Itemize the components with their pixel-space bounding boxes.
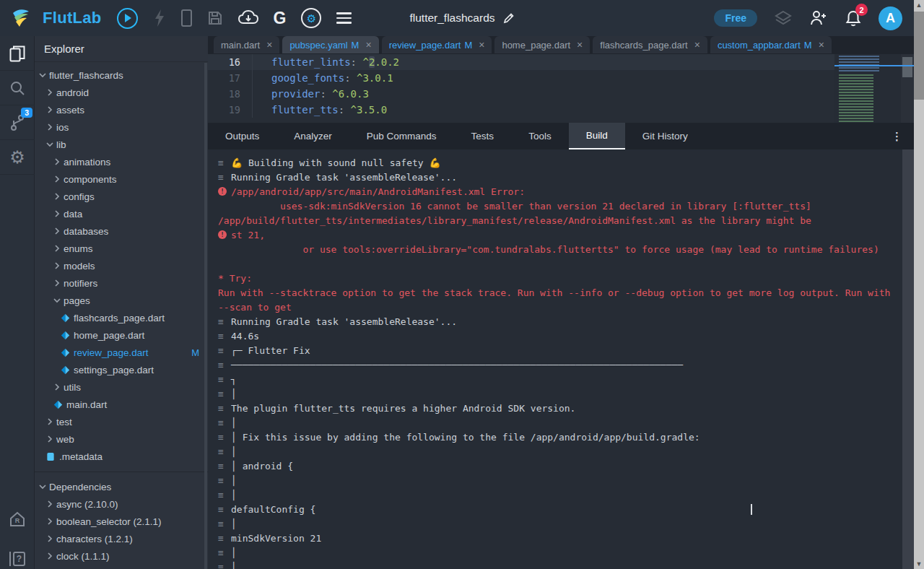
tree-item-review_page.dart[interactable]: review_page.dartM	[35, 344, 208, 361]
editor-tab-review_page.dart[interactable]: review_page.dartM×	[382, 36, 492, 53]
tree-item-android[interactable]: android	[35, 84, 208, 101]
scroll-down-arrow[interactable]: ▼	[914, 559, 924, 569]
tree-item-components[interactable]: components	[35, 170, 208, 188]
build-settings-icon[interactable]: ⚙	[301, 8, 321, 28]
tree-item-label: data	[64, 209, 82, 220]
layers-icon[interactable]	[775, 9, 792, 27]
console-text: or use tools:overrideLibrary="com.tundra…	[218, 244, 879, 255]
code-line-18[interactable]: 18provider: ^6.0.3	[208, 86, 914, 102]
tab-close-icon[interactable]: ×	[365, 39, 371, 51]
tree-item-enums[interactable]: enums	[35, 240, 208, 257]
build-console[interactable]: ≡💪 Building with sound null safety 💪≡Run…	[208, 149, 914, 569]
dependency-label: characters (1.2.1)	[56, 534, 133, 544]
tree-item-models[interactable]: models	[35, 257, 208, 274]
save-icon[interactable]	[207, 10, 223, 26]
editor-tab-main.dart[interactable]: main.dart×	[214, 36, 279, 53]
console-tab-Tools[interactable]: Tools	[511, 123, 569, 149]
console-scrollbar[interactable]	[902, 149, 914, 569]
console-tab-Pub Commands[interactable]: Pub Commands	[349, 123, 454, 149]
tree-item-utils[interactable]: utils	[35, 378, 208, 396]
dependency-item[interactable]: collection (1.17.0)	[35, 565, 208, 569]
editor-tab-custom_appbar.dart[interactable]: custom_appbar.dartM×	[710, 36, 832, 53]
dependencies-header[interactable]: Dependencies	[35, 478, 208, 495]
tree-item-configs[interactable]: configs	[35, 188, 208, 205]
run-button[interactable]	[117, 8, 138, 29]
brand-name[interactable]: FlutLab	[43, 9, 102, 27]
chevron-right-icon	[53, 227, 64, 235]
tab-close-icon[interactable]: ×	[577, 39, 583, 51]
tree-item-label: settings_page.dart	[74, 365, 154, 375]
tab-close-icon[interactable]: ×	[266, 39, 272, 51]
console-line: ≡│ Fix this issue by adding the followin…	[218, 430, 914, 444]
tree-item-animations[interactable]: animations	[35, 153, 208, 170]
tree-item-label: .metadata	[59, 451, 103, 462]
tree-item-lib[interactable]: lib	[35, 136, 208, 153]
home-resources-icon[interactable]: R	[0, 502, 35, 537]
code-editor[interactable]: 16flutter_lints: ^2.0.217google_fonts: ^…	[208, 54, 914, 123]
avatar[interactable]: A	[879, 6, 902, 30]
device-preview-icon[interactable]	[181, 9, 192, 27]
code-line-17[interactable]: 17google_fonts: ^3.0.1	[208, 70, 914, 86]
cloud-download-icon[interactable]	[238, 10, 258, 26]
free-plan-badge[interactable]: Free	[714, 9, 757, 27]
git-branch-icon[interactable]: 3	[0, 105, 35, 140]
code-text: provider: ^6.0.3	[253, 88, 369, 100]
tree-item-home_page.dart[interactable]: home_page.dart	[35, 326, 208, 344]
settings-gear-icon[interactable]: ⚙	[0, 140, 35, 175]
tree-item-test[interactable]: test	[35, 413, 208, 430]
tree-item-flutter_flashcards[interactable]: flutter_flashcards	[35, 66, 208, 84]
dependency-item[interactable]: clock (1.1.1)	[35, 547, 208, 565]
tree-item-settings_page.dart[interactable]: settings_page.dart	[35, 361, 208, 378]
console-tab-Build[interactable]: Build	[569, 123, 625, 149]
explorer-files-icon[interactable]	[0, 36, 35, 71]
tab-close-icon[interactable]: ×	[479, 39, 484, 51]
code-line-16[interactable]: 16flutter_lints: ^2.0.2	[208, 54, 914, 70]
yaml-value: ^6.0.3	[332, 88, 369, 100]
add-user-icon[interactable]	[809, 9, 828, 27]
console-text: │	[231, 562, 237, 569]
console-tab-Git History[interactable]: Git History	[625, 123, 705, 149]
tree-item-databases[interactable]: databases	[35, 222, 208, 240]
flutlab-logo-icon[interactable]	[9, 6, 33, 30]
log-line-icon: ≡	[218, 562, 227, 569]
tree-item-label: android	[56, 87, 89, 98]
tree-item-web[interactable]: web	[35, 430, 208, 448]
console-tab-Analyzer[interactable]: Analyzer	[276, 123, 349, 149]
console-tab-Outputs[interactable]: Outputs	[208, 123, 276, 149]
tree-item-.metadata[interactable]: .metadata	[35, 448, 208, 465]
tree-item-flashcards_page.dart[interactable]: flashcards_page.dart	[35, 309, 208, 326]
google-icon[interactable]: G	[274, 9, 287, 28]
tree-item-data[interactable]: data	[35, 205, 208, 222]
dependency-item[interactable]: characters (1.2.1)	[35, 530, 208, 547]
dependency-item[interactable]: boolean_selector (2.1.1)	[35, 513, 208, 530]
editor-tab-flashcards_page.dart[interactable]: flashcards_page.dart×	[593, 36, 707, 53]
edit-project-name-icon[interactable]	[503, 12, 515, 24]
tree-item-ios[interactable]: ios	[35, 118, 208, 136]
console-menu-icon[interactable]: ⋮	[892, 123, 914, 149]
tab-label: custom_appbar.dart	[718, 40, 801, 51]
page-scrollbar[interactable]: ▲ ▼	[914, 0, 924, 569]
dart-file-icon	[61, 313, 74, 323]
search-icon[interactable]	[0, 71, 35, 105]
editor-scrollbar-thumb[interactable]	[902, 57, 912, 77]
tab-close-icon[interactable]: ×	[819, 39, 824, 51]
console-tab-Tests[interactable]: Tests	[454, 123, 512, 149]
console-line: ≡│	[218, 545, 914, 560]
code-line-19[interactable]: 19flutter_tts: ^3.5.0	[208, 102, 914, 118]
notifications-bell-icon[interactable]: 2	[845, 9, 861, 27]
editor-tab-pubspec.yaml[interactable]: pubspec.yamlM×	[282, 36, 378, 53]
tree-item-main.dart[interactable]: main.dart	[35, 396, 208, 413]
page-scrollbar-thumb[interactable]	[914, 12, 924, 100]
tree-item-assets[interactable]: assets	[35, 101, 208, 118]
help-shortcuts-icon[interactable]: ?	[0, 542, 35, 569]
hot-reload-icon[interactable]	[153, 9, 166, 27]
editor-tab-home_page.dart[interactable]: home_page.dart×	[494, 36, 590, 53]
explorer-scrollbar[interactable]	[204, 63, 207, 569]
dart-file-icon	[53, 400, 66, 409]
menu-icon[interactable]	[336, 9, 352, 27]
tree-item-notifiers[interactable]: notifiers	[35, 274, 208, 292]
dependency-item[interactable]: async (2.10.0)	[35, 495, 208, 513]
tab-close-icon[interactable]: ×	[694, 39, 700, 51]
scroll-up-arrow[interactable]: ▲	[914, 0, 924, 10]
tree-item-pages[interactable]: pages	[35, 292, 208, 309]
